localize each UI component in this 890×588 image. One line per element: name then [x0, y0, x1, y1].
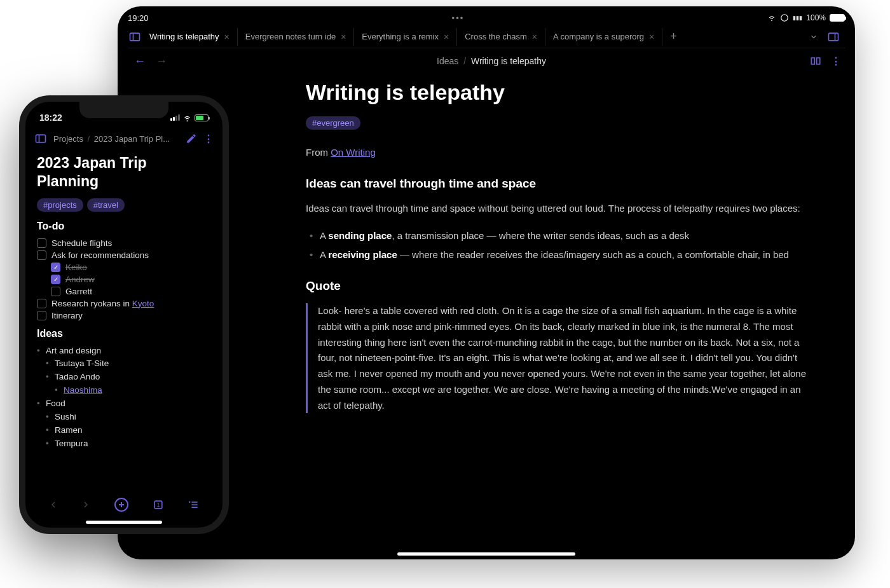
cellular-signal-icon: ▮▮▮ [793, 15, 802, 21]
todo-item[interactable]: ✓Andrew [37, 273, 211, 285]
battery-icon [830, 14, 845, 22]
battery-percent: 100% [806, 13, 826, 22]
checkbox-icon[interactable] [37, 299, 46, 308]
svg-point-0 [781, 15, 788, 22]
status-time: 19:20 [128, 13, 149, 23]
tab-label: Writing is telepathy [149, 32, 219, 41]
multitask-dots[interactable]: ••• [452, 13, 465, 23]
edit-icon[interactable] [186, 133, 197, 144]
todo-heading: To-do [37, 221, 211, 232]
list-item: Naoshima [55, 384, 211, 397]
checkbox-checked-icon[interactable]: ✓ [51, 275, 60, 284]
list-item: A sending place, a transmission place — … [310, 228, 807, 244]
todo-item[interactable]: Garrett [37, 285, 211, 297]
link-on-writing[interactable]: On Writing [331, 147, 376, 158]
checkbox-checked-icon[interactable]: ✓ [51, 263, 60, 272]
tag-travel[interactable]: #travel [87, 198, 125, 212]
orientation-lock-icon [780, 13, 789, 22]
right-panel-toggle-icon[interactable] [827, 31, 840, 43]
bottom-toolbar: 1 [25, 493, 222, 516]
todo-item[interactable]: Research ryokans in Kyoto [37, 297, 211, 310]
nav-back-button[interactable]: ← [134, 55, 146, 68]
quote-heading: Quote [306, 279, 807, 293]
svg-point-10 [189, 502, 191, 503]
checkbox-icon[interactable] [37, 238, 46, 248]
status-time: 18:22 [39, 113, 62, 123]
wifi-icon [767, 13, 776, 22]
checkbox-icon[interactable] [37, 250, 46, 260]
tab-label: Cross the chasm [465, 32, 527, 41]
list-item: Sushi [46, 411, 211, 424]
svg-rect-1 [130, 33, 140, 41]
list-item: Ramen [46, 424, 211, 437]
close-icon[interactable]: × [341, 32, 346, 42]
from-line: From On Writing [306, 145, 807, 160]
note-content: Writing is telepathy #evergreen From On … [128, 74, 845, 426]
todo-item[interactable]: Itinerary [37, 310, 211, 322]
checkbox-icon[interactable] [37, 311, 46, 320]
tag-evergreen[interactable]: #evergreen [306, 116, 360, 130]
breadcrumb-parent[interactable]: Projects [53, 134, 83, 144]
list-item: Art and design [37, 345, 211, 358]
section-heading: Ideas can travel through time and space [306, 177, 807, 191]
notch [79, 102, 168, 118]
outline-button[interactable] [187, 498, 200, 511]
wifi-icon [182, 113, 192, 123]
svg-text:1: 1 [156, 502, 160, 508]
note-title[interactable]: Writing is telepathy [306, 80, 807, 105]
section-paragraph: Ideas can travel through time and space … [306, 201, 807, 216]
close-icon[interactable]: × [649, 32, 654, 42]
tab-company-superorganism[interactable]: A company is a superorg × [545, 28, 662, 46]
link-kyoto[interactable]: Kyoto [132, 299, 154, 308]
list-item: A receiving place — where the reader rec… [310, 247, 807, 263]
tab-label: Evergreen notes turn ide [245, 32, 336, 41]
left-sidebar-toggle-icon[interactable] [128, 30, 142, 44]
nav-back-button [48, 500, 58, 510]
left-sidebar-toggle-icon[interactable] [34, 132, 47, 145]
close-icon[interactable]: × [532, 32, 537, 42]
note-content: 2023 Japan Trip Planning #projects #trav… [25, 150, 222, 493]
breadcrumb-parent[interactable]: Ideas [437, 56, 458, 66]
more-options-icon[interactable]: ⋮ [203, 133, 214, 145]
nav-forward-button: → [156, 55, 167, 68]
iphone-toolbar: Projects / 2023 Japan Trip Pl... ⋮ [25, 127, 222, 150]
tab-label: A company is a superorg [553, 32, 644, 41]
tab-everything-is-a-remix[interactable]: Everything is a remix × [354, 28, 457, 46]
todo-item[interactable]: Ask for recommendations [37, 249, 211, 261]
battery-icon [195, 114, 209, 121]
tab-cross-the-chasm[interactable]: Cross the chasm × [457, 28, 545, 46]
ideas-heading: Ideas [37, 328, 211, 339]
home-indicator[interactable] [86, 521, 162, 524]
todo-item[interactable]: ✓Keiko [37, 261, 211, 273]
tab-list-dropdown-icon[interactable] [809, 32, 818, 41]
status-right: ▮▮▮ 100% [767, 13, 845, 22]
todo-item[interactable]: Schedule flights [37, 237, 211, 249]
link-naoshima[interactable]: Naoshima [64, 385, 102, 395]
breadcrumb[interactable]: Projects / 2023 Japan Trip Pl... [53, 134, 179, 144]
new-note-button[interactable] [114, 497, 129, 512]
home-indicator[interactable] [397, 552, 575, 556]
tabs-button[interactable]: 1 [152, 498, 165, 511]
svg-rect-3 [829, 33, 839, 41]
tab-writing-is-telepathy[interactable]: Writing is telepathy × [142, 28, 238, 46]
blockquote: Look- here's a table covered with red cl… [306, 303, 807, 413]
list-item: Food [37, 397, 211, 411]
toolbar: ← → Ideas / Writing is telepathy ⋮ [128, 48, 845, 74]
close-icon[interactable]: × [224, 32, 229, 42]
iphone-device: 18:22 Projects / 2023 Japan Trip Pl... ⋮… [19, 95, 229, 534]
reader-view-icon[interactable] [809, 55, 822, 67]
tab-evergreen-notes[interactable]: Evergreen notes turn ide × [238, 28, 355, 46]
cellular-signal-icon [170, 114, 180, 121]
list-item: Tsutaya T-Site [46, 357, 211, 371]
more-options-icon[interactable]: ⋮ [831, 55, 841, 67]
ipad-status-bar: 19:20 ••• ▮▮▮ 100% [128, 6, 845, 25]
breadcrumb[interactable]: Ideas / Writing is telepathy [174, 56, 809, 66]
checkbox-icon[interactable] [51, 287, 60, 296]
tab-label: Everything is a remix [362, 32, 439, 41]
breadcrumb-current: Writing is telepathy [471, 56, 546, 66]
close-icon[interactable]: × [444, 32, 449, 42]
tag-projects[interactable]: #projects [37, 198, 83, 212]
note-title[interactable]: 2023 Japan Trip Planning [37, 154, 211, 191]
svg-rect-5 [36, 135, 46, 142]
new-tab-button[interactable]: + [662, 30, 685, 43]
